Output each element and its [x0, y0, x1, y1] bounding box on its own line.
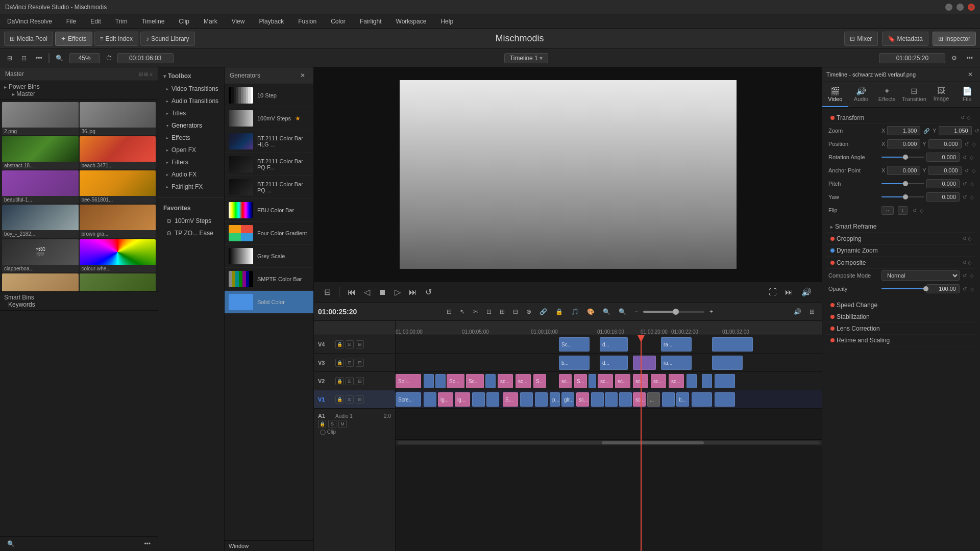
v2-link-btn[interactable]: ⊟ — [356, 377, 364, 385]
transform-reset-btn[interactable]: ↺ — [960, 114, 966, 121]
clip-v1-b9[interactable] — [662, 392, 675, 407]
minimize-button[interactable]: ─ — [945, 4, 952, 11]
tab-video[interactable]: 🎬 Video — [822, 82, 848, 107]
v3-link-btn[interactable]: ⊟ — [356, 359, 364, 367]
tab-effects[interactable]: ✦ Effects — [874, 82, 900, 107]
gen-bt2111-pq-f[interactable]: BT.2111 Color Bar PQ F... — [225, 153, 313, 176]
clip-v1-glr[interactable]: glr... — [561, 392, 574, 407]
clip-v3-4[interactable] — [633, 356, 656, 370]
clip-v2-sc3[interactable]: sc... — [498, 374, 513, 388]
zoom-link-btn[interactable]: 🔗 — [922, 127, 930, 135]
razor-tool-button[interactable]: ✂ — [470, 307, 481, 317]
clip-v1-b5[interactable] — [535, 392, 548, 407]
insert-button[interactable]: ⊞ — [497, 307, 508, 317]
clip-v2-sc10[interactable]: sc... — [669, 374, 684, 388]
clip-v3-3[interactable]: ra... — [661, 356, 692, 370]
stop-button[interactable]: ⏹ — [376, 286, 388, 299]
scroll-thumb[interactable] — [602, 441, 704, 444]
timeline-zoom-slider[interactable] — [643, 311, 704, 313]
v1-visible-btn[interactable]: ⊡ — [346, 395, 354, 404]
master-item[interactable]: ▸ Master — [4, 90, 154, 97]
anchor-kf-btn[interactable]: ◇ — [972, 168, 976, 173]
a1-solo-btn[interactable]: S — [328, 420, 336, 428]
pos-x-input[interactable] — [887, 139, 920, 148]
flip-v-button[interactable]: ↕ — [898, 206, 908, 215]
more-options-button[interactable]: ••• — [963, 53, 976, 63]
composite-kf-btn[interactable]: ◇ — [968, 260, 972, 265]
timeline-layout-button[interactable]: ⊟ — [444, 307, 455, 317]
settings-button[interactable]: ⚙ — [948, 53, 960, 63]
v1-link-btn[interactable]: ⊟ — [356, 395, 364, 404]
sidebar-item-generators[interactable]: ▾ Generators — [158, 119, 224, 132]
v2-visible-btn[interactable]: ⊡ — [346, 377, 354, 385]
composite-label[interactable]: Composite — [837, 259, 962, 266]
media-item-3[interactable]: abstract-18... — [2, 136, 79, 169]
fav-tp-zo-ease[interactable]: ⊙ TP ZO... Ease — [158, 227, 224, 239]
fav-100mv[interactable]: ⊙ 100mV Steps — [158, 215, 224, 227]
media-item-2[interactable]: 36.jpg — [80, 102, 156, 135]
dynamic-zoom-label[interactable]: Dynamic Zoom — [837, 247, 972, 254]
menu-davinci-resolve[interactable]: DaVinci Resolve — [4, 17, 55, 26]
dynamic-trim-button[interactable]: ⊡ — [483, 307, 495, 317]
gen-grey-scale[interactable]: Grey Scale — [225, 245, 313, 268]
clip-v1-b8[interactable] — [619, 392, 632, 407]
speed-change-label[interactable]: Speed Change — [837, 302, 972, 309]
pos-kf-btn[interactable]: ◇ — [972, 141, 976, 147]
loop-mode-button[interactable]: ⊟ — [322, 285, 333, 299]
gen-100mv-steps[interactable]: 100mV Steps ★ — [225, 107, 313, 130]
fullscreen-button[interactable]: ⛶ — [767, 286, 779, 299]
menu-color[interactable]: Color — [328, 17, 349, 26]
transform-label[interactable]: Transform — [837, 114, 960, 121]
audio-button[interactable]: 🔊 — [799, 285, 814, 299]
opacity-slider[interactable] — [881, 288, 924, 289]
media-item-12[interactable]: doe-180... — [80, 273, 156, 292]
gen-four-color[interactable]: Four Color Gradient — [225, 222, 313, 245]
pitch-kf-btn[interactable]: ◇ — [970, 181, 974, 187]
menu-timeline[interactable]: Timeline — [138, 17, 167, 26]
anchor-y-input[interactable] — [928, 166, 962, 175]
next-clip-button[interactable]: ⏭ — [783, 286, 795, 299]
zoom-y-input[interactable] — [939, 126, 972, 135]
timeline-scrollbar[interactable] — [396, 439, 822, 445]
inspector-close-button[interactable]: ✕ — [965, 69, 976, 80]
pitch-slider-thumb[interactable] — [903, 181, 908, 186]
clip-v2-sc6[interactable]: sc... — [598, 374, 613, 388]
yaw-slider[interactable] — [881, 196, 924, 197]
audio-btn[interactable]: 🎵 — [568, 307, 582, 317]
clip-v2-b6[interactable] — [702, 374, 712, 388]
tab-image[interactable]: 🖼 Image — [928, 82, 954, 107]
clip-v2-b4[interactable] — [589, 374, 596, 388]
clip-v1-b7[interactable] — [605, 392, 618, 407]
menu-workspace[interactable]: Workspace — [393, 17, 430, 26]
search-btn[interactable]: 🔍 — [616, 307, 629, 317]
keywords-item[interactable]: Keywords — [4, 301, 154, 308]
media-item-4[interactable]: beach-3471... — [80, 136, 156, 169]
rotation-reset-btn[interactable]: ↺ — [962, 154, 968, 161]
gen-solid-color[interactable]: Solid Color — [225, 291, 313, 314]
select-tool-button[interactable]: ↖ — [457, 307, 468, 317]
sidebar-item-filters[interactable]: ▸ Filters — [158, 156, 224, 168]
flip-reset-btn[interactable]: ↺ — [912, 207, 918, 214]
power-bins-header[interactable]: ▸ Power Bins — [4, 83, 154, 90]
a1-mute-btn[interactable]: M — [338, 420, 347, 428]
v4-lock-btn[interactable]: 🔒 — [335, 340, 344, 348]
clip-v1-b6[interactable] — [591, 392, 604, 407]
cropping-reset-btn[interactable]: ↺ — [962, 235, 968, 242]
sidebar-item-video-transitions[interactable]: ▸ Video Transitions — [158, 83, 224, 95]
pos-reset-btn[interactable]: ↺ — [964, 140, 970, 148]
clip-v1-sc1[interactable]: sc... — [576, 392, 589, 407]
tab-transition[interactable]: ⊟ Transition — [900, 82, 928, 107]
menu-fusion[interactable]: Fusion — [295, 17, 320, 26]
clip-v1-cur[interactable]: ... — [647, 392, 660, 407]
go-to-start-button[interactable]: ⏮ — [346, 286, 358, 299]
window-item[interactable]: Window — [225, 541, 313, 551]
timeline-ruler[interactable]: 01:00:00:00 01:00:05:00 01:00:10:00 01:0… — [396, 321, 822, 335]
clip-v4-3[interactable]: ra... — [661, 337, 692, 352]
rotation-slider[interactable] — [881, 157, 924, 158]
clip-v2-S1[interactable]: S... — [533, 374, 546, 388]
clip-v1-scre[interactable]: Scre... — [396, 392, 421, 407]
tab-file[interactable]: 📄 File — [954, 82, 980, 107]
generators-close-button[interactable]: ✕ — [297, 70, 308, 81]
search-button[interactable]: 🔍 — [4, 539, 18, 549]
menu-file[interactable]: File — [63, 17, 79, 26]
